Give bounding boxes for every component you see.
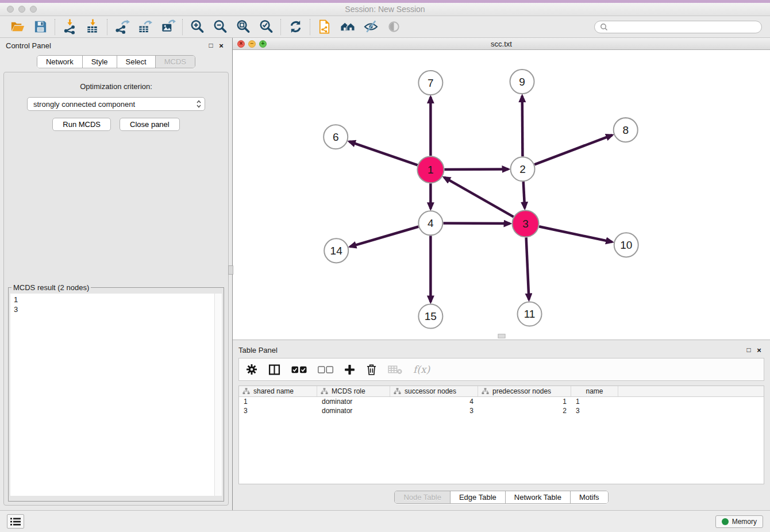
cell-shared-name[interactable]: 1 bbox=[239, 398, 317, 406]
search-icon bbox=[600, 23, 608, 31]
graph-edge[interactable] bbox=[534, 136, 612, 165]
column-header-name[interactable]: name bbox=[571, 386, 618, 396]
zoom-in-icon bbox=[190, 19, 205, 34]
mcds-panel-body: Optimization criterion: strongly connect… bbox=[3, 72, 229, 506]
column-header-predecessor-nodes[interactable]: predecessor nodes bbox=[478, 386, 571, 396]
table-toolbar: f(x) bbox=[238, 358, 764, 381]
control-panel: Control Panel □ × Network Style Select M… bbox=[0, 38, 233, 510]
column-header-shared-name[interactable]: shared name bbox=[239, 386, 317, 396]
mcds-buttons-row: Run MCDS Close panel bbox=[52, 118, 179, 131]
float-panel-icon[interactable]: □ bbox=[206, 42, 216, 49]
tab-style[interactable]: Style bbox=[82, 56, 117, 68]
import-table-button[interactable] bbox=[81, 18, 104, 36]
document-share-icon bbox=[317, 19, 333, 34]
graph-edge[interactable] bbox=[350, 227, 418, 247]
tab-network[interactable]: Network bbox=[37, 56, 82, 68]
tab-mcds[interactable]: MCDS bbox=[155, 56, 195, 68]
home-layout-button[interactable] bbox=[336, 18, 359, 36]
create-column-button[interactable] bbox=[344, 364, 355, 375]
splitter-grip-horizontal[interactable] bbox=[498, 334, 505, 338]
cell-predecessor-nodes[interactable]: 2 bbox=[478, 407, 571, 415]
cell-predecessor-nodes[interactable]: 1 bbox=[478, 398, 571, 406]
import-network-button[interactable] bbox=[58, 18, 81, 36]
new-network-from-selection-button[interactable] bbox=[313, 18, 336, 36]
graph-edge[interactable] bbox=[526, 238, 529, 300]
memory-button[interactable]: Memory bbox=[715, 515, 763, 528]
graph-edge[interactable] bbox=[522, 97, 523, 157]
column-label: predecessor nodes bbox=[492, 387, 551, 395]
graph-edge[interactable] bbox=[523, 182, 525, 209]
close-window-button[interactable] bbox=[7, 6, 14, 13]
unchecked-boxes-icon bbox=[318, 366, 333, 373]
tab-edge-table[interactable]: Edge Table bbox=[450, 491, 505, 503]
graph-edge[interactable] bbox=[443, 223, 510, 224]
search-input[interactable] bbox=[611, 22, 756, 31]
status-bar: Memory bbox=[0, 510, 770, 532]
node-table: shared name MCDS role successor nodes bbox=[238, 385, 764, 484]
result-scrollbar[interactable] bbox=[214, 294, 222, 496]
export-image-icon bbox=[160, 19, 176, 34]
run-mcds-button[interactable]: Run MCDS bbox=[52, 118, 111, 131]
graph-node-label: 10 bbox=[620, 239, 632, 251]
graph-edge[interactable] bbox=[539, 227, 612, 242]
network-minimize-button[interactable]: − bbox=[248, 40, 256, 48]
cell-mcds-role[interactable]: dominator bbox=[317, 398, 390, 406]
show-column-button[interactable] bbox=[268, 364, 280, 376]
column-header-successor-nodes[interactable]: successor nodes bbox=[390, 386, 478, 396]
mcds-result-list[interactable]: 1 3 bbox=[10, 294, 222, 496]
zoom-out-button[interactable] bbox=[209, 18, 232, 36]
export-image-button[interactable] bbox=[156, 18, 179, 36]
save-session-button[interactable] bbox=[29, 18, 52, 36]
show-all-button[interactable] bbox=[382, 18, 405, 36]
graph-edge[interactable] bbox=[349, 142, 418, 165]
table-settings-button[interactable] bbox=[246, 364, 257, 375]
graph-node-label: 11 bbox=[524, 308, 536, 320]
deselect-all-columns-button[interactable] bbox=[318, 366, 333, 373]
network-close-button[interactable]: × bbox=[237, 40, 245, 48]
graph-node-label: 8 bbox=[622, 124, 629, 136]
cell-mcds-role[interactable]: dominator bbox=[317, 407, 390, 415]
open-folder-icon bbox=[10, 19, 25, 34]
export-network-button[interactable] bbox=[110, 18, 133, 36]
network-maximize-button[interactable]: + bbox=[259, 40, 267, 48]
cell-successor-nodes[interactable]: 4 bbox=[390, 398, 478, 406]
delete-column-button[interactable] bbox=[366, 364, 377, 376]
maximize-window-button[interactable] bbox=[30, 6, 37, 13]
zoom-in-button[interactable] bbox=[186, 18, 209, 36]
cell-successor-nodes[interactable]: 3 bbox=[390, 407, 478, 415]
cell-name[interactable]: 1 bbox=[571, 398, 618, 406]
zoom-fit-button[interactable] bbox=[232, 18, 255, 36]
close-panel-button[interactable]: Close panel bbox=[120, 118, 180, 131]
tab-motifs[interactable]: Motifs bbox=[570, 491, 608, 503]
delete-table-button-disabled[interactable] bbox=[388, 365, 402, 375]
network-graph[interactable]: 7968124314101511 bbox=[233, 50, 770, 340]
network-window-controls: × − + bbox=[237, 40, 267, 48]
tab-network-table[interactable]: Network Table bbox=[505, 491, 570, 503]
open-session-button[interactable] bbox=[6, 18, 29, 36]
float-panel-icon[interactable]: □ bbox=[744, 346, 754, 353]
close-panel-icon[interactable]: × bbox=[216, 42, 226, 49]
optimization-criterion-dropdown[interactable]: strongly connected component bbox=[27, 97, 205, 111]
graph-node-label: 4 bbox=[428, 217, 434, 229]
export-table-button[interactable] bbox=[133, 18, 156, 36]
show-panels-button[interactable] bbox=[7, 514, 24, 529]
close-panel-icon[interactable]: × bbox=[754, 346, 764, 354]
zoom-selected-button[interactable] bbox=[255, 18, 278, 36]
select-all-columns-button[interactable] bbox=[291, 366, 307, 373]
cell-shared-name[interactable]: 3 bbox=[239, 407, 317, 415]
network-canvas[interactable]: 7968124314101511 bbox=[233, 50, 770, 340]
minimize-window-button[interactable] bbox=[18, 6, 25, 13]
splitter-grip-vertical[interactable] bbox=[228, 265, 233, 275]
graph-edge[interactable] bbox=[444, 178, 514, 217]
tab-node-table[interactable]: Node Table bbox=[395, 491, 450, 503]
refresh-button[interactable] bbox=[284, 18, 307, 36]
column-header-mcds-role[interactable]: MCDS role bbox=[317, 386, 390, 396]
tab-select[interactable]: Select bbox=[117, 56, 155, 68]
cell-name[interactable]: 3 bbox=[571, 407, 618, 415]
function-builder-button-disabled[interactable]: f(x) bbox=[413, 364, 430, 375]
zoom-out-icon bbox=[213, 19, 228, 34]
graph-edge[interactable] bbox=[444, 169, 508, 170]
network-view-window: × − + scc.txt 79681243141015 bbox=[233, 38, 770, 340]
columns-icon bbox=[268, 364, 280, 376]
hide-selected-button[interactable] bbox=[359, 18, 382, 36]
